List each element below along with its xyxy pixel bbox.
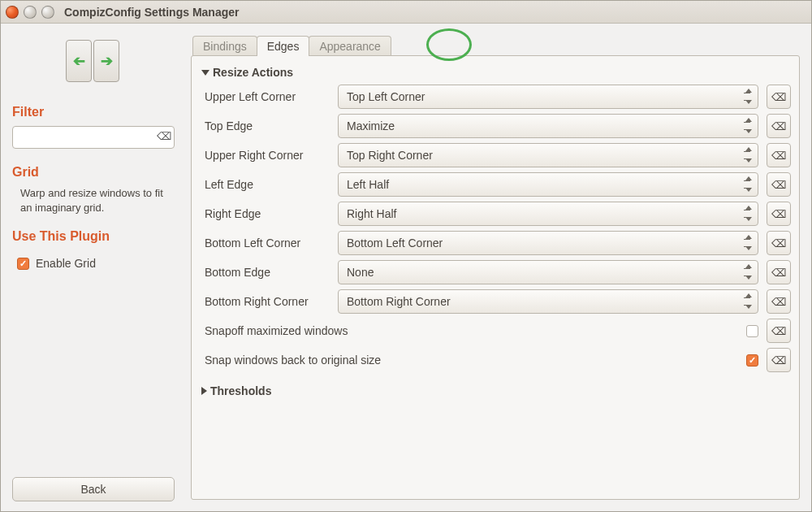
tab-bindings[interactable]: Bindings [192,36,257,56]
sidebar: ➔ ➔ Filter ⌫ Grid Warp and resize window… [1,24,186,511]
arrow-left-icon: ➔ [73,52,85,70]
setting-label: Bottom Edge [205,266,330,279]
disclosure-down-icon [201,70,209,76]
setting-combo[interactable]: None [338,260,758,284]
setting-label: Upper Left Corner [205,90,330,103]
plugin-description: Warp and resize windows to fit an imagin… [12,186,175,224]
use-plugin-heading: Use This Plugin [12,229,175,244]
enable-plugin-checkbox[interactable] [17,258,29,270]
window-maximize-button[interactable] [41,6,54,19]
setting-label: Upper Right Corner [205,149,330,162]
reset-button[interactable]: ⌫ [767,202,791,226]
tab-panel-edges: Resize Actions Upper Left CornerTop Left… [191,55,800,500]
reset-button[interactable]: ⌫ [767,348,791,372]
setting-row: Top EdgeMaximize⌫ [200,111,791,141]
reset-button[interactable]: ⌫ [767,114,791,138]
tab-appearance[interactable]: Appearance [309,36,391,56]
setting-combo[interactable]: Top Right Corner [338,143,758,167]
reset-button[interactable]: ⌫ [767,260,791,284]
setting-combo[interactable]: Maximize [338,114,758,138]
app-window: CompizConfig Settings Manager ➔ ➔ Filter… [0,0,812,512]
clear-filter-icon[interactable]: ⌫ [157,130,170,143]
setting-row: Upper Left CornerTop Left Corner⌫ [200,82,791,111]
setting-check-label: Snap windows back to original size [205,354,738,367]
setting-combo[interactable]: Bottom Right Corner [338,289,758,314]
group-resize-actions-title: Resize Actions [213,66,293,79]
setting-label: Left Edge [205,178,330,191]
setting-row: Bottom Left CornerBottom Left Corner⌫ [200,228,791,258]
window-body: ➔ ➔ Filter ⌫ Grid Warp and resize window… [1,24,811,511]
setting-checkbox[interactable] [746,325,758,337]
reset-button[interactable]: ⌫ [767,289,791,314]
main-panel: Bindings Edges Appearance Resize Actions… [186,24,811,511]
setting-check-row: Snapoff maximized windows⌫ [200,316,791,345]
reset-button[interactable]: ⌫ [767,85,791,109]
setting-check-label: Snapoff maximized windows [205,324,738,337]
plugin-icon: ➔ ➔ [12,40,175,85]
group-resize-actions-header[interactable]: Resize Actions [200,63,791,82]
reset-button[interactable]: ⌫ [767,143,791,167]
enable-plugin-label: Enable Grid [36,257,96,270]
window-close-button[interactable] [6,6,19,19]
setting-row: Left EdgeLeft Half⌫ [200,170,791,199]
setting-row: Bottom EdgeNone⌫ [200,258,791,287]
reset-button[interactable]: ⌫ [767,319,791,343]
setting-combo[interactable]: Bottom Left Corner [338,231,758,255]
setting-row: Upper Right CornerTop Right Corner⌫ [200,141,791,170]
reset-button[interactable]: ⌫ [767,231,791,255]
reset-button[interactable]: ⌫ [767,172,791,197]
back-button[interactable]: Back [12,477,175,501]
setting-check-row: Snap windows back to original size⌫ [200,345,791,375]
setting-checkbox[interactable] [746,354,758,367]
arrow-right-icon: ➔ [101,52,113,70]
window-minimize-button[interactable] [24,6,37,19]
setting-combo[interactable]: Top Left Corner [338,85,758,109]
disclosure-right-icon [201,387,207,395]
setting-row: Bottom Right CornerBottom Right Corner⌫ [200,287,791,316]
plugin-name-heading: Grid [12,165,175,180]
setting-row: Right EdgeRight Half⌫ [200,199,791,228]
setting-combo[interactable]: Right Half [338,202,758,226]
setting-combo[interactable]: Left Half [338,172,758,197]
setting-label: Bottom Right Corner [205,295,330,308]
tab-edges[interactable]: Edges [257,36,310,56]
filter-input[interactable] [12,126,175,149]
group-thresholds-header[interactable]: Thresholds [200,381,791,401]
setting-label: Bottom Left Corner [205,236,330,249]
group-thresholds-title: Thresholds [210,384,271,397]
enable-plugin-row[interactable]: Enable Grid [12,250,175,276]
titlebar: CompizConfig Settings Manager [1,1,811,24]
tab-bar: Bindings Edges Appearance [192,32,800,56]
filter-heading: Filter [12,105,175,119]
setting-label: Right Edge [205,207,330,220]
setting-label: Top Edge [205,119,330,132]
window-title: CompizConfig Settings Manager [64,6,239,19]
